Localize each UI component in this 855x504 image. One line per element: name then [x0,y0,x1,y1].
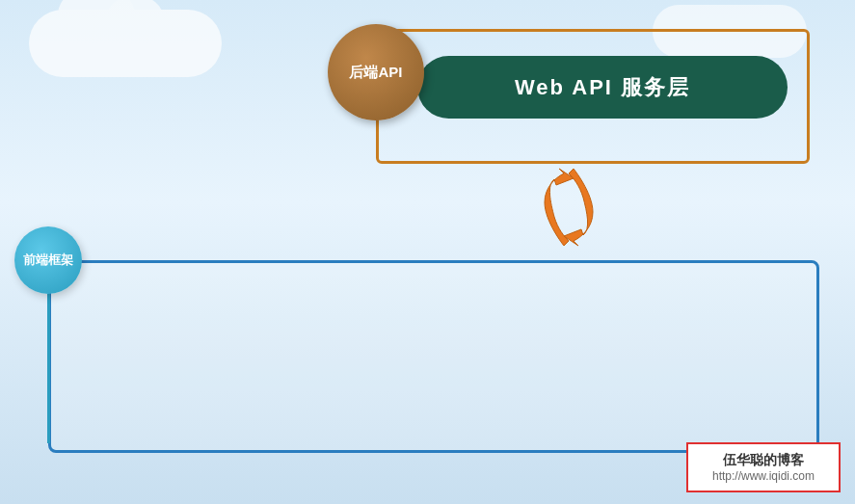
cloud-decoration-left [29,10,222,77]
blog-name: 伍华聪的博客 [698,452,829,469]
exchange-arrows [535,164,602,251]
webapi-outer-box: Web API 服务层 [376,29,810,164]
blog-url: http://www.iqidi.com [698,469,829,483]
backend-api-label: 后端API [349,64,402,82]
backend-api-circle: 后端API [328,24,424,120]
webapi-title: Web API 服务层 [515,73,690,102]
vertical-connector-line [47,294,50,443]
webapi-inner-box: Web API 服务层 [417,56,788,119]
frontend-framework-label: 前端框架 [23,252,73,269]
blog-credit-box: 伍华聪的博客 http://www.iqidi.com [686,442,841,492]
main-architecture-box: Web界面层 [48,260,819,453]
frontend-framework-circle: 前端框架 [14,226,82,294]
